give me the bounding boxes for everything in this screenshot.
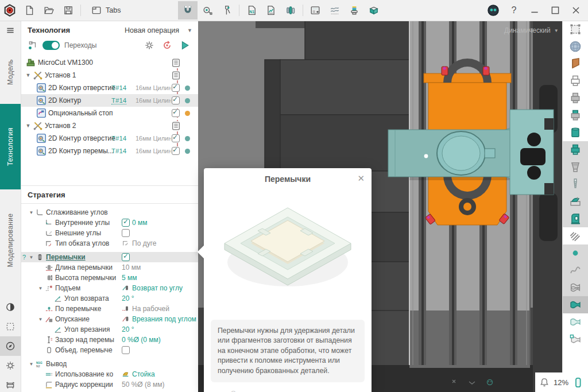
param-value-text[interactable]: Врезания под углом xyxy=(132,315,196,323)
tree-row-checkbox[interactable] xyxy=(172,96,180,104)
recalculate-button[interactable] xyxy=(162,40,172,51)
param-expand-chevron[interactable]: ▼ xyxy=(28,255,35,260)
param-row-сглаживание-углов[interactable]: ▼Сглаживание углов xyxy=(21,207,198,218)
operation-list-icon[interactable] xyxy=(171,58,181,68)
measure-tape-button[interactable] xyxy=(198,1,217,20)
tree-row-2d-контур-отверстие[interactable]: 2D Контур отверстиеT#1416мм Цилин, xyxy=(21,81,198,94)
param-value[interactable]: 20 ° xyxy=(122,325,134,333)
tree-row-checkbox[interactable] xyxy=(172,109,180,117)
param-value-text[interactable]: 50 %Ø (8 мм) xyxy=(122,381,165,389)
rt-dot-button[interactable] xyxy=(563,244,588,262)
param-value[interactable] xyxy=(122,346,130,354)
param-value[interactable]: 5 мм xyxy=(122,274,137,282)
rt-machine-button[interactable] xyxy=(563,210,588,227)
param-value-text[interactable]: Стойка xyxy=(132,370,155,378)
param-value[interactable]: 50 %Ø (8 мм) xyxy=(122,381,165,389)
tree-tool-number[interactable]: T#14 xyxy=(111,148,126,154)
rt-select-button[interactable] xyxy=(563,21,588,38)
open-file-button[interactable] xyxy=(39,1,59,20)
param-value-text[interactable]: 0 %Ø (0 мм) xyxy=(122,336,161,344)
param-row-тип-обката-углов[interactable]: Тип обката угловПо дуге xyxy=(21,238,198,249)
sidebar-tab-model[interactable]: Модель xyxy=(0,40,21,104)
param-row-опускание[interactable]: ▼ОпусканиеВрезания под углом xyxy=(21,314,198,324)
tree-tool-number[interactable]: T#14 xyxy=(111,97,126,104)
control-panel-button[interactable] xyxy=(305,1,325,20)
param-value[interactable] xyxy=(122,253,130,261)
param-value[interactable]: Возврат по углу xyxy=(122,284,183,292)
param-expand-chevron[interactable]: ▼ xyxy=(28,362,35,367)
param-row-объед-перемыче[interactable]: Объед. перемыче xyxy=(21,345,198,355)
new-operation-dropdown[interactable]: Новая операция ▼ xyxy=(125,26,192,34)
operation-list-icon[interactable] xyxy=(171,121,181,131)
param-checkbox[interactable] xyxy=(122,346,130,354)
close-button[interactable] xyxy=(566,2,586,19)
param-row-внутренние-углы[interactable]: Внутренние углы0 мм xyxy=(21,218,198,228)
param-value-text[interactable]: 5 мм xyxy=(122,274,137,282)
main-menu-button[interactable] xyxy=(0,21,21,40)
help-button[interactable]: ? xyxy=(504,2,524,19)
gear2-tool-button[interactable] xyxy=(0,356,21,375)
param-row-вывод[interactable]: ▼N1GN2Вывод xyxy=(21,359,198,369)
marquee-tool-button[interactable] xyxy=(0,317,21,336)
param-row-внешние-углы[interactable]: Внешние углы xyxy=(21,228,198,238)
param-row-угол-возврата[interactable]: Угол возврата20 ° xyxy=(21,293,198,304)
assistant-button[interactable] xyxy=(483,2,503,19)
operation-list-icon[interactable] xyxy=(171,71,181,80)
transitions-toggle[interactable] xyxy=(42,41,60,50)
tabs-tab[interactable]: Tabs xyxy=(83,1,129,20)
param-expand-chevron[interactable]: ▼ xyxy=(28,210,35,215)
report-button[interactable] xyxy=(261,1,281,20)
param-row-высота-перемычки[interactable]: Высота перемычки5 мм xyxy=(21,273,198,283)
tree-row-microcut-vm1300[interactable]: MicroCut VM1300 xyxy=(21,56,198,69)
param-value[interactable]: 0 мм xyxy=(122,219,148,227)
tree-row-2d-контур-перемы-[interactable]: 2D Контур перемы...T#1416мм Цилин, xyxy=(21,145,198,157)
rt-holder-gray-button[interactable] xyxy=(563,90,588,107)
param-value[interactable]: 10 мм xyxy=(122,263,141,271)
param-value[interactable]: Врезания под углом xyxy=(122,315,196,323)
param-expand-chevron[interactable]: ▼ xyxy=(37,286,44,291)
rt-flag-orange-button[interactable] xyxy=(563,55,588,72)
rt-drill-button[interactable] xyxy=(563,176,588,193)
tree-row-checkbox[interactable] xyxy=(172,84,180,92)
new-file-button[interactable] xyxy=(20,1,39,20)
param-row-зазор-над-перемы[interactable]: Зазор над перемы0 %Ø (0 мм) xyxy=(21,335,198,345)
maximize-button[interactable] xyxy=(546,2,565,19)
nc-program-button[interactable]: N1 xyxy=(242,1,261,20)
param-row-по-перемычке[interactable]: По перемычкеНа рабочей xyxy=(21,304,198,314)
param-value-text[interactable]: Возврат по углу xyxy=(132,284,183,292)
tools-button[interactable] xyxy=(281,1,300,20)
rt-cone-button[interactable] xyxy=(563,158,588,176)
tree-row-установ-1[interactable]: ▼Установ 1 xyxy=(21,69,198,81)
param-value-text[interactable]: 0 мм xyxy=(132,219,148,227)
param-checkbox[interactable] xyxy=(122,229,130,237)
compass-tool-button[interactable] xyxy=(0,336,21,356)
printer-button[interactable] xyxy=(345,1,364,20)
contrast-tool-button[interactable] xyxy=(0,297,21,317)
save-file-button[interactable] xyxy=(59,1,78,20)
param-row-использование-ко[interactable]: Использование коСтойка xyxy=(21,369,198,379)
tree-row-2d-контур-отверстие[interactable]: 2D Контур отверстиеT#1416мм Цилин, xyxy=(21,132,198,145)
param-value[interactable]: По дуге xyxy=(122,239,156,247)
param-checkbox[interactable] xyxy=(122,219,130,227)
param-row-подъем[interactable]: ▼ПодъемВозврат по углу xyxy=(21,283,198,293)
rt-flags-stack-button[interactable] xyxy=(563,279,588,296)
tree-row-2d-контур[interactable]: 2D КонтурT#1416мм Цилин, xyxy=(21,94,198,107)
tree-row-опциональный-стоп[interactable]: Опциональный стоп xyxy=(21,107,198,119)
worktable-tool-button[interactable] xyxy=(0,375,21,392)
run-simulation-button[interactable] xyxy=(180,40,190,51)
tree-tool-number[interactable]: T#14 xyxy=(111,84,126,91)
rt-sphere-button[interactable] xyxy=(563,38,588,55)
rt-hatch-button[interactable] xyxy=(563,227,588,244)
rt-cam-part-button[interactable] xyxy=(563,193,588,210)
param-value[interactable]: На рабочей xyxy=(122,305,169,313)
param-value[interactable]: 0 %Ø (0 мм) xyxy=(122,336,161,344)
caliper-button[interactable] xyxy=(217,1,237,20)
param-value-text[interactable]: 20 ° xyxy=(122,325,134,333)
notifications-bell-button[interactable] xyxy=(539,377,550,387)
rt-holder-tealtop-button[interactable] xyxy=(563,107,588,124)
rt-flag-marker-button[interactable] xyxy=(563,331,588,348)
view-mode-dropdown[interactable]: Динамический ▼ xyxy=(504,26,559,34)
statistics-button[interactable] xyxy=(325,1,345,20)
tree-expand-chevron[interactable]: ▼ xyxy=(24,72,32,78)
rt-flag-teal-button[interactable] xyxy=(563,296,588,313)
